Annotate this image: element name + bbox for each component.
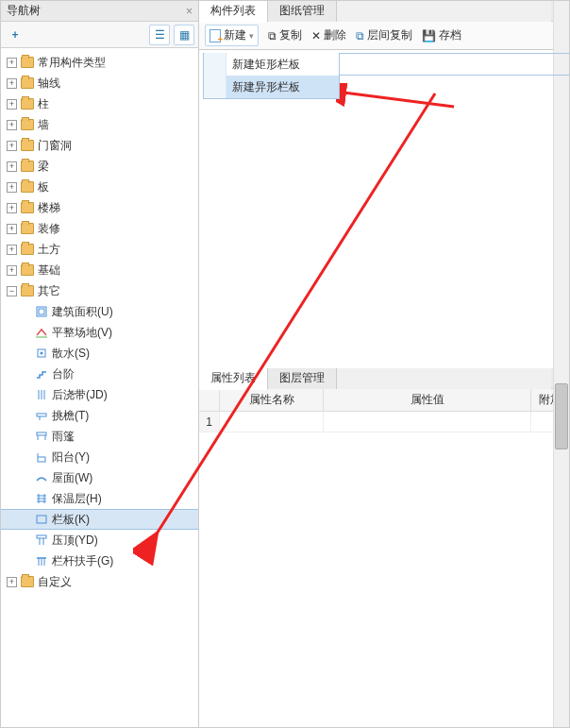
svg-rect-20 <box>37 516 46 523</box>
nav-tree-title: 导航树 <box>7 3 41 19</box>
tree-child[interactable]: 保温层(H) <box>1 488 198 509</box>
dropdown-item-rect[interactable]: 新建矩形栏板 <box>204 53 339 76</box>
tree-child[interactable]: 阳台(Y) <box>1 447 198 467</box>
property-row[interactable]: 1 <box>199 412 569 432</box>
svg-point-4 <box>41 352 43 355</box>
component-header: 构件列表 图纸管理 × <box>199 1 569 22</box>
eave-icon <box>35 409 48 422</box>
close-icon[interactable]: × <box>186 5 193 18</box>
tree-child[interactable]: 挑檐(T) <box>1 405 198 426</box>
view-grid-button[interactable]: ▦ <box>174 25 194 45</box>
svg-rect-1 <box>39 309 44 314</box>
step-icon <box>35 367 48 381</box>
tree-node[interactable]: +土方 <box>1 239 198 260</box>
tree-node[interactable]: +装修 <box>1 218 198 239</box>
tree-child[interactable]: 建筑面积(U) <box>1 301 198 322</box>
row-number: 1 <box>199 412 220 432</box>
scatter-icon <box>35 347 48 360</box>
tree-child[interactable]: 散水(S) <box>1 343 198 364</box>
canopy-icon <box>35 430 48 443</box>
delete-icon: ✕ <box>311 29 321 42</box>
svg-rect-21 <box>37 535 46 538</box>
insulation-icon <box>35 492 48 505</box>
tree-child[interactable]: 后浇带(JD) <box>1 384 198 405</box>
col-name: 属性名称 <box>220 389 324 411</box>
tab-layer[interactable]: 图层管理 <box>268 368 337 389</box>
handrail-icon <box>35 554 48 567</box>
svg-rect-8 <box>37 414 46 416</box>
property-header: 属性列表 图层管理 × <box>199 368 569 389</box>
copy-button[interactable]: ⧉复制 <box>268 27 302 43</box>
dropdown-item-irregular[interactable]: 新建异形栏板 <box>204 76 339 98</box>
tree-node[interactable]: +梁 <box>1 156 198 177</box>
nav-tree: +常用构件类型 +轴线 +柱 +墙 +门窗洞 +梁 +板 +楼梯 +装修 +土方… <box>1 48 198 727</box>
nav-tree-header: 导航树 × <box>1 1 198 22</box>
nav-toolbar: + ☰ ▦ <box>1 22 198 48</box>
strip-icon <box>35 388 48 401</box>
tree-child[interactable]: 台阶 <box>1 364 198 384</box>
save-icon: 💾 <box>422 29 436 42</box>
tree-child[interactable]: 压顶(YD) <box>1 530 198 550</box>
scrollbar[interactable] <box>553 1 569 727</box>
copy-icon: ⧉ <box>356 29 364 42</box>
scroll-thumb[interactable] <box>555 383 568 449</box>
tree-node[interactable]: +板 <box>1 177 198 197</box>
svg-rect-10 <box>37 432 46 435</box>
col-value: 属性值 <box>324 389 531 411</box>
tree-node[interactable]: +轴线 <box>1 73 198 93</box>
new-button[interactable]: 新建 ▾ <box>205 25 259 46</box>
tree-node[interactable]: +门窗洞 <box>1 135 198 156</box>
property-panel: 属性名称 属性值 附加 1 <box>199 389 569 727</box>
tree-child[interactable]: 雨篷 <box>1 426 198 447</box>
tree-node-custom[interactable]: +自定义 <box>1 571 198 592</box>
tree-child[interactable]: 平整场地(V) <box>1 322 198 343</box>
tab-drawing[interactable]: 图纸管理 <box>268 1 337 22</box>
area-icon <box>35 305 48 318</box>
tab-components[interactable]: 构件列表 <box>199 1 268 23</box>
copy-icon: ⧉ <box>268 29 277 42</box>
coping-icon <box>35 533 48 547</box>
roof-icon <box>35 471 48 484</box>
tree-node-other[interactable]: −其它 <box>1 280 198 301</box>
tree-node[interactable]: +基础 <box>1 260 198 280</box>
tree-node[interactable]: +柱 <box>1 93 198 114</box>
tree-child[interactable]: 栏杆扶手(G) <box>1 550 198 571</box>
balcony-icon <box>35 450 48 464</box>
floor-copy-button[interactable]: ⧉层间复制 <box>356 27 412 43</box>
level-icon <box>35 326 48 339</box>
tree-node[interactable]: +墙 <box>1 114 198 135</box>
tree-node[interactable]: +常用构件类型 <box>1 52 198 73</box>
tree-node[interactable]: +楼梯 <box>1 197 198 218</box>
tab-properties[interactable]: 属性列表 <box>199 368 268 390</box>
search-input[interactable]: 🔍 <box>340 53 570 76</box>
new-doc-icon <box>210 29 221 42</box>
svg-rect-13 <box>38 457 45 462</box>
view-list-button[interactable]: ☰ <box>149 25 170 45</box>
railing-icon <box>35 513 48 526</box>
add-button[interactable]: + <box>5 25 25 45</box>
tree-child[interactable]: 屋面(W) <box>1 467 198 488</box>
new-dropdown: 新建矩形栏板 新建异形栏板 🔍 <box>203 53 570 99</box>
component-toolbar: 新建 ▾ ⧉复制 ✕删除 ⧉层间复制 💾存档 » <box>199 22 569 50</box>
tree-child-railing[interactable]: 栏板(K) <box>1 509 198 530</box>
property-grid-header: 属性名称 属性值 附加 <box>199 389 569 412</box>
delete-button[interactable]: ✕删除 <box>311 27 346 43</box>
archive-button[interactable]: 💾存档 <box>422 27 461 43</box>
